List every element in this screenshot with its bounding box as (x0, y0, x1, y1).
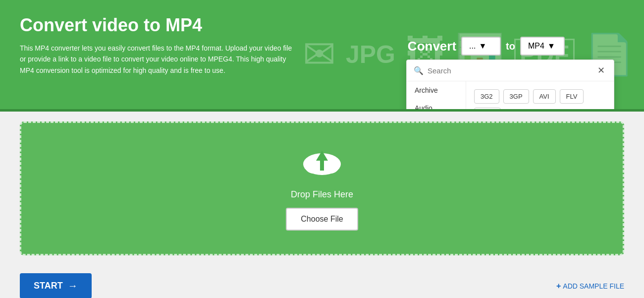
jpg-bg-icon: JPG (346, 42, 395, 67)
chevron-down-icon-to: ▼ (547, 42, 555, 51)
dropdown-body: ArchiveAudioCadDeviceDocumentEbookHashIm… (407, 81, 614, 109)
choose-file-button[interactable]: Choose File (286, 208, 358, 231)
choose-file-label: Choose File (301, 215, 343, 223)
drop-files-text: Drop Files Here (291, 189, 353, 200)
close-button[interactable]: ✕ (595, 65, 607, 76)
main-area: Drop Files Here Choose File (0, 112, 644, 265)
chevron-down-icon: ▼ (479, 42, 486, 51)
add-sample-file[interactable]: + ADD SAMPLE FILE (556, 282, 624, 291)
start-button[interactable]: START → (20, 273, 92, 298)
bottom-bar: START → + ADD SAMPLE FILE (0, 265, 644, 298)
hero-section: ✉ JPG 🖼 📊 PDF 📄 Convert video to MP4 Thi… (0, 0, 644, 109)
add-sample-label: ADD SAMPLE FILE (563, 282, 624, 290)
plus-icon: + (556, 282, 561, 291)
search-input[interactable] (428, 66, 591, 75)
convert-label: Convert (408, 39, 456, 54)
category-item-audio[interactable]: Audio (407, 99, 466, 109)
format-list: 3G23GPAVIFLVMKVMOVMP4MPGOGVWEBMWMV (466, 81, 614, 109)
format-badge-3gp[interactable]: 3GP (503, 89, 529, 104)
upload-icon-wrap (300, 147, 344, 181)
format-dropdown: 🔍 ✕ ArchiveAudioCadDeviceDocumentEbookHa… (406, 60, 614, 109)
convert-to-label: to (506, 41, 515, 52)
email-bg-icon: ✉ (303, 35, 336, 74)
convert-to-button[interactable]: MP4 ▼ (520, 37, 565, 56)
start-label: START (34, 281, 63, 291)
arrow-right-icon: → (68, 280, 78, 292)
convert-from-value: ... (469, 42, 476, 51)
format-row: 3G23GPAVIFLVMKV (474, 89, 606, 109)
category-list: ArchiveAudioCadDeviceDocumentEbookHashIm… (407, 81, 466, 109)
format-badge-mkv[interactable]: MKV (474, 108, 501, 109)
convert-from-button[interactable]: ... ▼ (461, 37, 501, 56)
search-icon: 🔍 (414, 66, 424, 75)
convert-bar: Convert ... ▼ to MP4 ▼ (408, 37, 565, 56)
format-badge-avi[interactable]: AVI (533, 89, 556, 104)
category-item-archive[interactable]: Archive (407, 81, 466, 99)
upload-cloud-icon (300, 147, 344, 181)
hero-description: This MP4 converter lets you easily conve… (20, 43, 292, 76)
dropdown-search-bar: 🔍 ✕ (407, 60, 614, 81)
upload-box[interactable]: Drop Files Here Choose File (20, 121, 624, 255)
format-badge-flv[interactable]: FLV (560, 89, 584, 104)
format-badge-3g2[interactable]: 3G2 (474, 89, 499, 104)
convert-to-value: MP4 (528, 42, 544, 51)
